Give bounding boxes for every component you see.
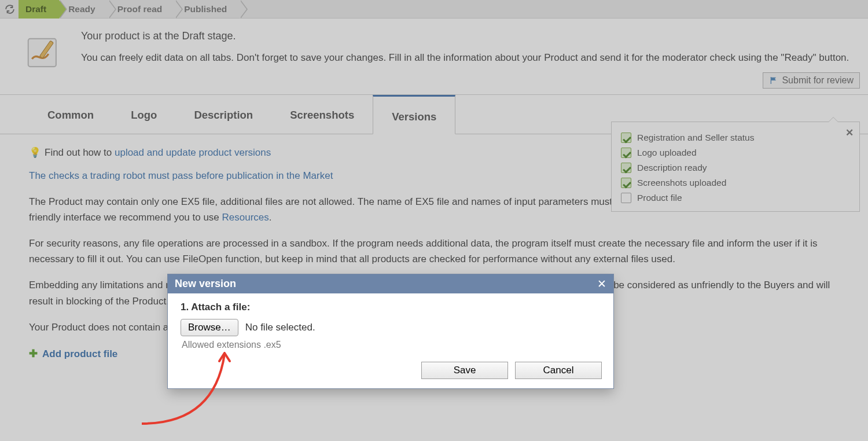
browse-button[interactable]: Browse… [181,319,238,336]
close-icon[interactable]: ✕ [597,277,606,291]
allowed-extensions: Allowed extensions .ex5 [182,340,601,350]
cancel-button[interactable]: Cancel [515,362,602,379]
file-status: No file selected. [245,322,315,333]
dialog-title: New version [175,278,236,290]
new-version-dialog: New version ✕ 1. Attach a file: Browse… … [168,274,613,388]
step-label: 1. Attach a file: [181,302,601,313]
save-button[interactable]: Save [421,362,508,379]
